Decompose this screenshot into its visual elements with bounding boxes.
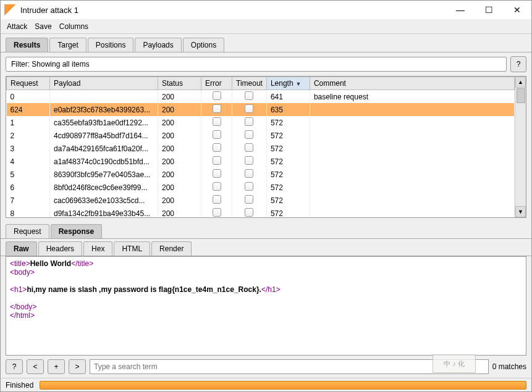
tab-payloads[interactable]: Payloads — [135, 38, 181, 52]
menubar: Attack Save Columns — [1, 19, 531, 34]
error-checkbox[interactable] — [213, 156, 221, 165]
app-icon — [4, 4, 15, 15]
minimize-button[interactable]: — — [446, 1, 475, 19]
raw-view[interactable]: <title>Hello World</title> <body> <h1>hi… — [6, 256, 526, 356]
tab-raw[interactable]: Raw — [6, 241, 37, 256]
maximize-button[interactable]: ☐ — [475, 1, 503, 19]
timeout-checkbox[interactable] — [245, 182, 253, 191]
status-text: Finished — [6, 381, 33, 390]
col-request[interactable]: Request — [7, 77, 50, 90]
error-checkbox[interactable] — [213, 91, 221, 100]
tab-headers[interactable]: Headers — [38, 241, 82, 256]
table-row[interactable]: 1ca355ebfa93fb1ae0df1292...200572 — [7, 116, 515, 129]
search-help-button[interactable]: ? — [6, 359, 23, 374]
col-payload[interactable]: Payload — [50, 77, 158, 90]
search-matches: 0 matches — [492, 362, 526, 371]
scroll-up-icon[interactable]: ▲ — [515, 77, 526, 88]
error-checkbox[interactable] — [213, 143, 221, 152]
timeout-checkbox[interactable] — [245, 156, 253, 165]
tab-results[interactable]: Results — [6, 38, 48, 52]
status-bar: Finished — [1, 378, 531, 391]
menu-columns[interactable]: Columns — [59, 22, 88, 31]
error-checkbox[interactable] — [213, 169, 221, 178]
tab-html[interactable]: HTML — [114, 241, 150, 256]
request-response-tabs: Request Response — [1, 222, 531, 239]
table-row[interactable]: 24cd908977ff8a45bdf7d164...200572 — [7, 129, 515, 142]
timeout-checkbox[interactable] — [245, 143, 253, 152]
table-row[interactable]: 586390f3bfc95e77e04053ae...200572 — [7, 168, 515, 181]
table-row[interactable]: 0200641baseline request — [7, 90, 515, 104]
tab-target[interactable]: Target — [49, 38, 86, 52]
error-checkbox[interactable] — [213, 104, 221, 113]
progress-bar — [40, 381, 526, 390]
search-input[interactable] — [90, 359, 489, 374]
table-row[interactable]: 3da7a4b429165fca61f0a20f...200572 — [7, 142, 515, 155]
view-tabs: Raw Headers Hex HTML Render — [1, 239, 531, 256]
error-checkbox[interactable] — [213, 117, 221, 126]
table-row[interactable]: 8d9fa134c2fb91ba49e33b45...200572 — [7, 207, 515, 217]
results-table: Request Payload Status Error Timeout Len… — [6, 77, 515, 217]
window: Intruder attack 1 — ☐ ✕ Attack Save Colu… — [0, 0, 532, 392]
search-prev-button[interactable]: < — [27, 359, 44, 374]
menu-attack[interactable]: Attack — [7, 22, 27, 31]
error-checkbox[interactable] — [213, 182, 221, 191]
filter-box[interactable]: Filter: Showing all items — [6, 57, 507, 72]
table-row[interactable]: 624e0abf23f3c6783eb4399263...200635 — [7, 103, 515, 116]
error-checkbox[interactable] — [213, 195, 221, 204]
tab-request[interactable]: Request — [6, 224, 49, 238]
window-title: Intruder attack 1 — [20, 6, 446, 15]
timeout-checkbox[interactable] — [245, 104, 253, 113]
timeout-checkbox[interactable] — [245, 208, 253, 217]
error-checkbox[interactable] — [213, 208, 221, 217]
tab-render[interactable]: Render — [151, 241, 192, 256]
table-row[interactable]: 68bf0d246f8cec9c6ee39f99...200572 — [7, 181, 515, 194]
vertical-scrollbar[interactable]: ▲ ▼ — [515, 77, 526, 217]
tab-hex[interactable]: Hex — [83, 241, 112, 256]
search-add-button[interactable]: + — [48, 359, 65, 374]
tab-options[interactable]: Options — [183, 38, 224, 52]
timeout-checkbox[interactable] — [245, 195, 253, 204]
menu-save[interactable]: Save — [35, 22, 51, 31]
timeout-checkbox[interactable] — [245, 117, 253, 126]
scroll-down-icon[interactable]: ▼ — [515, 206, 526, 217]
tab-response[interactable]: Response — [51, 224, 102, 238]
error-checkbox[interactable] — [213, 130, 221, 139]
table-row[interactable]: 7cac069633e62e1033c5cd...200572 — [7, 194, 515, 207]
col-comment[interactable]: Comment — [310, 77, 514, 90]
results-table-wrap: Request Payload Status Error Timeout Len… — [6, 76, 526, 218]
scroll-thumb[interactable] — [517, 88, 525, 103]
help-button[interactable]: ? — [510, 56, 526, 72]
titlebar: Intruder attack 1 — ☐ ✕ — [1, 1, 531, 19]
col-timeout[interactable]: Timeout — [232, 77, 267, 90]
timeout-checkbox[interactable] — [245, 130, 253, 139]
timeout-checkbox[interactable] — [245, 91, 253, 100]
watermark: 中 ♪ 化 — [433, 354, 476, 373]
table-row[interactable]: 4a1af48374c0c190cdb51bfd...200572 — [7, 155, 515, 168]
col-error[interactable]: Error — [201, 77, 232, 90]
search-next-button[interactable]: > — [69, 359, 86, 374]
close-button[interactable]: ✕ — [503, 1, 531, 19]
col-length[interactable]: Length — [266, 77, 310, 90]
timeout-checkbox[interactable] — [245, 169, 253, 178]
tab-positions[interactable]: Positions — [88, 38, 134, 52]
col-status[interactable]: Status — [158, 77, 201, 90]
main-tabs: Results Target Positions Payloads Option… — [1, 34, 531, 52]
